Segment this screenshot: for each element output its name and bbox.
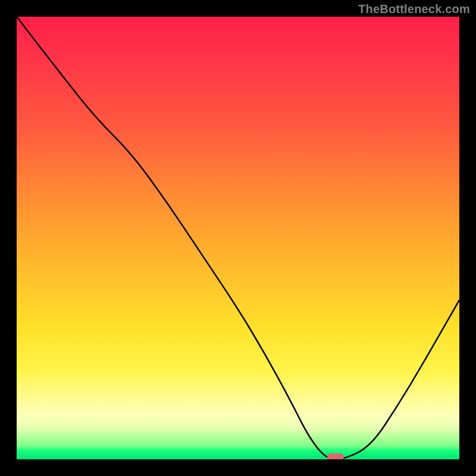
selected-point-marker (327, 453, 344, 459)
plot-area (17, 17, 459, 459)
chart-frame: TheBottleneck.com (0, 0, 476, 476)
attribution-label: TheBottleneck.com (358, 2, 470, 16)
bottleneck-curve (17, 17, 459, 459)
